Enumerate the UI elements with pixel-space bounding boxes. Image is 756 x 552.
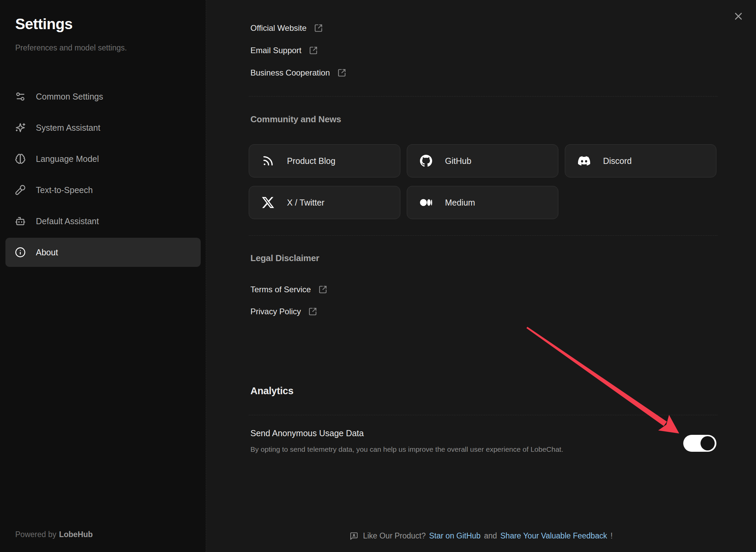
analytics-heading: Analytics [250,384,293,398]
link-label: Email Support [250,46,302,55]
sidebar-item-common-settings[interactable]: Common Settings [5,82,201,111]
external-link-icon [318,285,327,294]
settings-sidebar: Settings Preferences and model settings.… [0,0,206,552]
powered-by-label: Powered by [15,530,56,539]
terms-of-service-link[interactable]: Terms of Service [250,282,327,297]
medium-icon [420,196,432,209]
sidebar-item-system-assistant[interactable]: System Assistant [5,113,201,142]
sidebar-item-label: Common Settings [36,92,103,102]
sidebar-item-label: Language Model [36,154,99,164]
community-buttons: Product Blog GitHub Discord X / Twitter … [249,144,722,219]
official-website-link[interactable]: Official Website [250,21,323,35]
powered-by: Powered byLobeHub [15,530,93,539]
sidebar-item-text-to-speech[interactable]: Text-to-Speech [5,175,201,205]
about-panel: Contact Us Official Website Email Suppor… [206,0,756,552]
button-label: X / Twitter [287,198,325,208]
sidebar-item-label: System Assistant [36,123,100,133]
feedback-footer: Like Our Product? Star on GitHub and Sha… [206,531,756,540]
discord-button[interactable]: Discord [565,144,716,177]
feedback-bubble-icon [350,532,358,540]
share-feedback-link[interactable]: Share Your Valuable Feedback [501,531,607,540]
community-heading: Community and News [250,113,341,125]
usage-data-toggle[interactable] [683,435,716,452]
rss-icon [262,155,274,167]
sidebar-item-language-model[interactable]: Language Model [5,144,201,173]
business-cooperation-link[interactable]: Business Cooperation [250,66,346,80]
link-label: Terms of Service [250,285,311,294]
external-link-icon [337,68,346,77]
link-label: Official Website [250,23,307,33]
sparkles-icon [15,122,26,133]
external-link-icon [309,46,318,55]
privacy-policy-link[interactable]: Privacy Policy [250,304,317,319]
settings-modal: { "sidebar": { "title": "Settings", "sub… [0,0,756,552]
close-button[interactable] [731,9,746,24]
x-twitter-button[interactable]: X / Twitter [249,186,400,219]
button-label: Product Blog [287,156,335,166]
brand-logo: LobeHub [59,530,93,539]
usage-data-label: Send Anonymous Usage Data [250,426,364,440]
button-label: Discord [603,156,632,166]
page-title: Settings [15,16,73,33]
link-label: Privacy Policy [250,307,301,316]
page-subtitle: Preferences and model settings. [15,43,127,52]
footer-text: Like Our Product? [363,531,426,540]
close-icon [733,10,744,22]
external-link-icon [314,24,323,33]
sidebar-item-label: About [36,248,58,257]
discord-icon [578,155,590,167]
link-label: Business Cooperation [250,68,330,78]
x-twitter-icon [262,196,274,209]
sliders-icon [15,91,26,102]
footer-text: and [484,531,497,540]
sidebar-item-label: Text-to-Speech [36,185,93,195]
settings-menu: Common Settings System Assistant Languag… [5,82,201,269]
sidebar-item-default-assistant[interactable]: Default Assistant [5,207,201,236]
usage-data-description: By opting to send telemetry data, you ca… [250,444,563,454]
external-link-icon [308,307,317,316]
info-icon [15,247,26,258]
brain-icon [15,153,26,164]
star-on-github-link[interactable]: Star on GitHub [429,531,481,540]
section-divider [249,415,717,415]
medium-button[interactable]: Medium [407,186,558,219]
legal-heading: Legal Disclaimer [250,252,319,264]
button-label: GitHub [445,156,471,166]
product-blog-button[interactable]: Product Blog [249,144,400,177]
contact-us-heading: Contact Us [250,0,297,3]
email-support-link[interactable]: Email Support [250,43,318,58]
github-icon [420,155,432,167]
toggle-knob [701,436,715,450]
mic-icon [15,185,26,195]
sidebar-item-about[interactable]: About [5,238,201,267]
section-divider [249,235,717,236]
bot-icon [15,216,26,227]
button-label: Medium [445,198,475,208]
section-divider [249,96,717,97]
footer-text: ! [610,531,613,540]
github-button[interactable]: GitHub [407,144,558,177]
sidebar-item-label: Default Assistant [36,216,99,226]
